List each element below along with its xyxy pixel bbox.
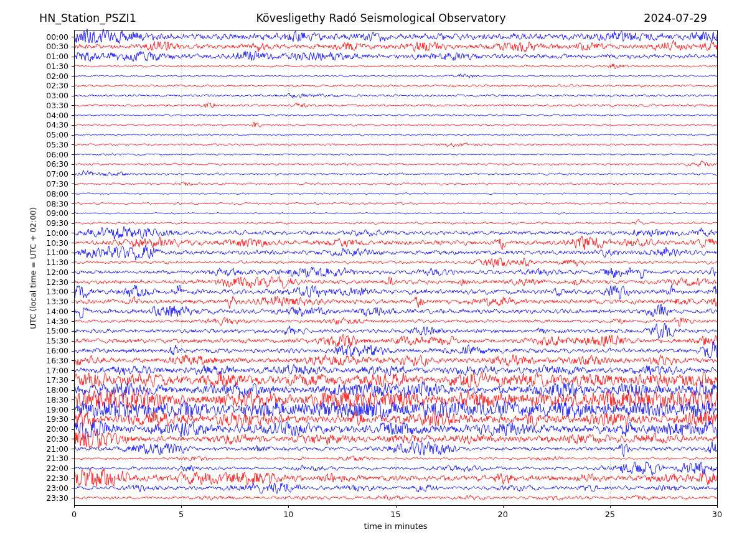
row-label: 02:00	[0, 72, 68, 81]
row-label: 07:00	[0, 169, 68, 179]
row-label: 11:30	[0, 258, 68, 267]
x-tick-label: 5	[167, 510, 195, 519]
row-label: 15:00	[0, 326, 68, 335]
row-label: 13:30	[0, 297, 68, 306]
row-label: 19:30	[0, 414, 68, 424]
row-label: 12:30	[0, 278, 68, 287]
seismogram-canvas	[0, 0, 747, 560]
row-label: 14:30	[0, 317, 68, 326]
row-label: 05:00	[0, 130, 68, 139]
row-label: 16:00	[0, 346, 68, 355]
row-label: 00:30	[0, 42, 68, 51]
row-label: 04:30	[0, 120, 68, 129]
row-label: 01:30	[0, 62, 68, 71]
row-label: 01:00	[0, 52, 68, 61]
row-label: 19:00	[0, 405, 68, 414]
row-label: 08:00	[0, 189, 68, 198]
row-label: 03:30	[0, 101, 68, 110]
x-tick-label: 20	[489, 510, 517, 519]
row-label: 16:30	[0, 356, 68, 365]
x-tick-label: 10	[275, 510, 302, 519]
row-label: 09:30	[0, 218, 68, 228]
station-title: HN_Station_PSZI1	[39, 12, 136, 24]
helicorder-plot: HN_Station_PSZI1 Kövesligethy Radó Seism…	[0, 0, 747, 560]
row-label: 20:30	[0, 434, 68, 444]
row-label: 22:00	[0, 464, 68, 473]
x-tick-label: 30	[703, 510, 731, 519]
row-label: 02:30	[0, 81, 68, 90]
row-label: 10:30	[0, 238, 68, 248]
row-label: 18:00	[0, 385, 68, 394]
x-tick-label: 15	[382, 510, 410, 519]
row-label: 12:00	[0, 268, 68, 277]
row-label: 21:00	[0, 444, 68, 454]
row-label: 03:00	[0, 91, 68, 100]
row-label: 09:00	[0, 208, 68, 218]
row-label: 20:00	[0, 424, 68, 434]
row-label: 14:00	[0, 307, 68, 316]
row-label: 04:00	[0, 111, 68, 120]
x-tick-label: 25	[596, 510, 624, 519]
row-label: 00:00	[0, 32, 68, 42]
row-label: 22:30	[0, 474, 68, 483]
row-label: 13:00	[0, 287, 68, 296]
row-label: 18:30	[0, 395, 68, 404]
row-label: 23:30	[0, 493, 68, 503]
plot-date: 2024-07-29	[644, 12, 707, 24]
row-label: 05:30	[0, 140, 68, 149]
row-label: 17:00	[0, 366, 68, 375]
row-label: 06:30	[0, 159, 68, 169]
observatory-title: Kövesligethy Radó Seismological Observat…	[256, 12, 506, 24]
row-label: 07:30	[0, 179, 68, 189]
row-label: 15:30	[0, 336, 68, 345]
row-label: 10:00	[0, 228, 68, 238]
row-label: 08:30	[0, 199, 68, 208]
row-label: 17:30	[0, 375, 68, 385]
row-label: 11:00	[0, 248, 68, 257]
row-label: 06:00	[0, 150, 68, 159]
x-tick-label: 0	[60, 510, 88, 519]
row-label: 23:00	[0, 483, 68, 493]
x-axis-label: time in minutes	[74, 521, 717, 531]
row-label: 21:30	[0, 454, 68, 463]
